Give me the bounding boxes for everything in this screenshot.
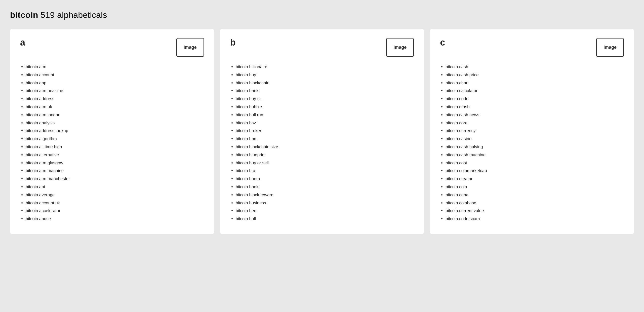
list-item[interactable]: bitcoin address lookup	[26, 128, 204, 134]
list-item[interactable]: bitcoin bsv	[236, 120, 414, 126]
card-header-a: aImage	[20, 38, 204, 57]
keyword-list-c: bitcoin cashbitcoin cash pricebitcoin ch…	[440, 64, 624, 222]
card-c: cImagebitcoin cashbitcoin cash pricebitc…	[430, 29, 634, 234]
list-item[interactable]: bitcoin business	[236, 200, 414, 206]
list-item[interactable]: bitcoin api	[26, 184, 204, 190]
card-letter-a: a	[20, 38, 25, 47]
list-item[interactable]: bitcoin address	[26, 96, 204, 102]
list-item[interactable]: bitcoin buy uk	[236, 96, 414, 102]
list-item[interactable]: bitcoin btc	[236, 168, 414, 174]
list-item[interactable]: bitcoin cash machine	[446, 152, 624, 158]
list-item[interactable]: bitcoin casino	[446, 136, 624, 142]
list-item[interactable]: bitcoin bull run	[236, 112, 414, 118]
page-title: bitcoin 519 alphabeticals	[10, 10, 634, 20]
list-item[interactable]: bitcoin calculator	[446, 88, 624, 94]
card-header-b: bImage	[230, 38, 414, 57]
image-placeholder-b[interactable]: Image	[386, 38, 414, 57]
list-item[interactable]: bitcoin crash	[446, 104, 624, 110]
list-item[interactable]: bitcoin accelerator	[26, 208, 204, 214]
list-item[interactable]: bitcoin buy	[236, 72, 414, 78]
list-item[interactable]: bitcoin account	[26, 72, 204, 78]
list-item[interactable]: bitcoin ben	[236, 208, 414, 214]
list-item[interactable]: bitcoin coin	[446, 184, 624, 190]
list-item[interactable]: bitcoin account uk	[26, 200, 204, 206]
list-item[interactable]: bitcoin coinmarketcap	[446, 168, 624, 174]
list-item[interactable]: bitcoin atm machine	[26, 168, 204, 174]
card-letter-b: b	[230, 38, 236, 47]
list-item[interactable]: bitcoin currency	[446, 128, 624, 134]
list-item[interactable]: bitcoin abuse	[26, 216, 204, 222]
list-item[interactable]: bitcoin cost	[446, 160, 624, 166]
list-item[interactable]: bitcoin core	[446, 120, 624, 126]
list-item[interactable]: bitcoin book	[236, 184, 414, 190]
list-item[interactable]: bitcoin billionaire	[236, 64, 414, 70]
list-item[interactable]: bitcoin cash price	[446, 72, 624, 78]
list-item[interactable]: bitcoin atm london	[26, 112, 204, 118]
keyword-list-b: bitcoin billionairebitcoin buybitcoin bl…	[230, 64, 414, 222]
list-item[interactable]: bitcoin boom	[236, 176, 414, 182]
card-header-c: cImage	[440, 38, 624, 57]
list-item[interactable]: bitcoin analysis	[26, 120, 204, 126]
list-item[interactable]: bitcoin app	[26, 80, 204, 86]
list-item[interactable]: bitcoin blockchain size	[236, 144, 414, 150]
list-item[interactable]: bitcoin atm uk	[26, 104, 204, 110]
list-item[interactable]: bitcoin atm manchester	[26, 176, 204, 182]
list-item[interactable]: bitcoin coinbase	[446, 200, 624, 206]
list-item[interactable]: bitcoin bull	[236, 216, 414, 222]
list-item[interactable]: bitcoin bubble	[236, 104, 414, 110]
list-item[interactable]: bitcoin chart	[446, 80, 624, 86]
card-letter-c: c	[440, 38, 445, 47]
list-item[interactable]: bitcoin all time high	[26, 144, 204, 150]
image-placeholder-a[interactable]: Image	[176, 38, 204, 57]
list-item[interactable]: bitcoin blockchain	[236, 80, 414, 86]
list-item[interactable]: bitcoin alternative	[26, 152, 204, 158]
list-item[interactable]: bitcoin buy or sell	[236, 160, 414, 166]
list-item[interactable]: bitcoin algorithm	[26, 136, 204, 142]
list-item[interactable]: bitcoin current value	[446, 208, 624, 214]
list-item[interactable]: bitcoin broker	[236, 128, 414, 134]
list-item[interactable]: bitcoin bbc	[236, 136, 414, 142]
list-item[interactable]: bitcoin code	[446, 96, 624, 102]
list-item[interactable]: bitcoin atm near me	[26, 88, 204, 94]
list-item[interactable]: bitcoin cash halving	[446, 144, 624, 150]
list-item[interactable]: bitcoin atm glasgow	[26, 160, 204, 166]
keyword-list-a: bitcoin atmbitcoin accountbitcoin appbit…	[20, 64, 204, 222]
list-item[interactable]: bitcoin average	[26, 192, 204, 198]
image-placeholder-c[interactable]: Image	[596, 38, 624, 57]
card-b: bImagebitcoin billionairebitcoin buybitc…	[220, 29, 424, 234]
list-item[interactable]: bitcoin cash news	[446, 112, 624, 118]
list-item[interactable]: bitcoin cena	[446, 192, 624, 198]
list-item[interactable]: bitcoin creator	[446, 176, 624, 182]
list-item[interactable]: bitcoin cash	[446, 64, 624, 70]
list-item[interactable]: bitcoin blueprint	[236, 152, 414, 158]
columns-container: aImagebitcoin atmbitcoin accountbitcoin …	[10, 29, 634, 234]
list-item[interactable]: bitcoin atm	[26, 64, 204, 70]
list-item[interactable]: bitcoin code scam	[446, 216, 624, 222]
card-a: aImagebitcoin atmbitcoin accountbitcoin …	[10, 29, 214, 234]
list-item[interactable]: bitcoin block reward	[236, 192, 414, 198]
list-item[interactable]: bitcoin bank	[236, 88, 414, 94]
